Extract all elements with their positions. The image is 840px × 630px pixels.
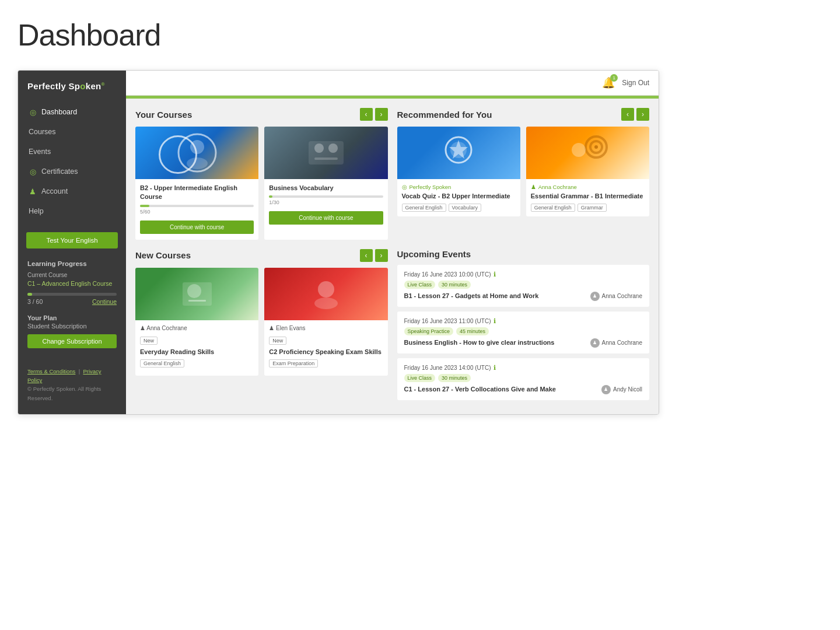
svg-point-12: [594, 145, 598, 149]
your-courses-header: Your Courses ‹ ›: [135, 108, 388, 121]
new-card-2-instructor: ♟ Elen Evans: [269, 325, 305, 331]
event-2-title: Business English - How to give clear ins…: [404, 338, 590, 347]
upcoming-events-section: Upcoming Events Friday 16 June 2023 10:0…: [397, 249, 650, 405]
recommended-prev[interactable]: ‹: [621, 108, 634, 121]
new-card-2-tag: Exam Preparation: [269, 359, 318, 368]
recommended-nav: ‹ ›: [621, 108, 649, 121]
event-2-date: Friday 16 June 2023 11:00 (UTC) ℹ: [404, 317, 643, 325]
new-courses-title: New Courses: [135, 250, 191, 260]
event-1-tag-2: 30 minutes: [438, 281, 471, 289]
rec-card-2-tags: General English Grammar: [531, 204, 645, 212]
sidebar-nav: ◎ Dashboard Courses Events ◎ Certificate…: [18, 103, 126, 226]
event-item-3: Friday 16 June 2023 14:00 (UTC) ℹ Live C…: [397, 358, 650, 400]
course-progress-bar: [27, 293, 117, 296]
new-course-card-2-image: [264, 268, 387, 320]
event-3-title-row: C1 - Lesson 27 - Verb Collocations Give …: [404, 385, 643, 394]
your-courses-nav: ‹ ›: [360, 108, 388, 121]
rec-card-2-title: Essential Grammar - B1 Intermediate: [531, 192, 645, 201]
new-card-1-badge: New: [140, 337, 158, 345]
rec-card-1-tag-2: Vocabulary: [449, 204, 482, 212]
svg-point-1: [190, 140, 204, 154]
course-card-1-continue[interactable]: Continue with course: [140, 220, 254, 234]
rec-card-1: ◎ Perfectly Spoken Vocab Quiz - B2 Upper…: [397, 127, 520, 216]
new-courses-nav: ‹ ›: [360, 249, 388, 262]
event-3-title: C1 - Lesson 27 - Verb Collocations Give …: [404, 385, 601, 394]
svg-point-4: [314, 144, 324, 153]
svg-rect-16: [188, 300, 206, 302]
rec-card-2-tag-1: General English: [531, 204, 575, 212]
terms-link[interactable]: Terms & Conditions: [27, 368, 75, 374]
rec-card-2-tag-2: Grammar: [578, 204, 607, 212]
dashboard-icon: ◎: [29, 108, 37, 116]
event-3-tags: Live Class 30 minutes: [404, 374, 643, 382]
recommended-title: Recommended for You: [397, 110, 492, 120]
svg-point-5: [328, 144, 338, 153]
course-card-2-image: [264, 127, 387, 179]
event-1-tag-1: Live Class: [404, 281, 436, 289]
course-card-2-progress-bg: [269, 195, 383, 198]
sidebar-item-courses[interactable]: Courses: [18, 123, 126, 141]
change-subscription-button[interactable]: Change Subscription: [27, 334, 117, 348]
current-course-link[interactable]: C1 – Advanced English Course: [27, 280, 112, 287]
sidebar-item-account[interactable]: ♟ Account: [18, 182, 126, 201]
event-2-instructor-avatar: ♟: [590, 338, 600, 348]
course-card-2-continue[interactable]: Continue with course: [269, 211, 383, 225]
event-item-2: Friday 16 June 2023 11:00 (UTC) ℹ Speaki…: [397, 312, 650, 354]
sidebar-item-help[interactable]: Help: [18, 202, 126, 220]
event-1-instructor: ♟ Anna Cochrane: [590, 292, 643, 301]
notification-badge: 1: [610, 74, 618, 82]
new-card-1-tag: General English: [140, 359, 184, 368]
event-3-tag-2: 30 minutes: [438, 374, 471, 382]
sidebar-item-dashboard[interactable]: ◎ Dashboard: [18, 103, 126, 121]
event-1-title: B1 - Lesson 27 - Gadgets at Home and Wor…: [404, 292, 590, 300]
event-2-tag-1: Speaking Practice: [404, 327, 454, 335]
new-courses-prev[interactable]: ‹: [360, 249, 373, 262]
rec-card-1-tags: General English Vocabulary: [402, 204, 516, 212]
notification-bell[interactable]: 🔔 1: [602, 76, 615, 89]
event-3-tag-1: Live Class: [404, 374, 436, 382]
sidebar-logo: Perfectly Spoken®: [18, 71, 126, 103]
svg-point-2: [187, 158, 208, 169]
course-card-1-progress-text: 5/60: [140, 209, 254, 215]
sidebar-item-certificates[interactable]: ◎ Certificates: [18, 162, 126, 181]
course-card-1-progress-bg: [140, 205, 254, 207]
rec-card-1-image: [397, 127, 520, 179]
event-1-title-row: B1 - Lesson 27 - Gadgets at Home and Wor…: [404, 292, 643, 301]
rec-card-2-provider: ♟ Anna Cochrane: [531, 184, 645, 190]
recommended-next[interactable]: ›: [636, 108, 649, 121]
new-card-1-instructor: ♟ Anna Cochrane: [140, 325, 187, 331]
rec-card-1-provider: ◎ Perfectly Spoken: [402, 184, 516, 190]
new-card-2-tags: Exam Preparation: [269, 359, 383, 368]
new-courses-next[interactable]: ›: [375, 249, 388, 262]
course-card-2-progress-fill: [269, 195, 272, 198]
your-course-card-2: Business Vocabulary 1/30 Continue with c…: [264, 127, 387, 240]
course-card-2-progress-text: 1/30: [269, 200, 383, 205]
page-title: Dashboard: [18, 18, 822, 52]
your-courses-next[interactable]: ›: [375, 108, 388, 121]
sign-out-button[interactable]: Sign Out: [622, 79, 649, 87]
provider-2-icon: ♟: [531, 184, 536, 190]
course-card-1-progress-fill: [140, 205, 149, 207]
your-course-card-1: B2 - Upper Intermediate English Course 5…: [135, 127, 258, 240]
svg-rect-3: [309, 141, 344, 164]
new-course-card-1-title: Everyday Reading Skills: [140, 348, 254, 356]
account-icon: ♟: [29, 187, 37, 195]
your-courses-section: Your Courses ‹ ›: [135, 108, 388, 240]
test-your-english-button[interactable]: Test Your English: [26, 232, 118, 249]
event-1-info-icon: ℹ: [494, 271, 496, 278]
sidebar-footer: Terms & Conditions | Privacy Policy © Pe…: [18, 361, 126, 408]
continue-link[interactable]: Continue: [92, 298, 117, 305]
event-2-tag-2: 45 minutes: [456, 327, 489, 335]
new-card-1-tags: General English: [140, 359, 254, 368]
new-course-card-1: ♟ Anna Cochrane New Everyday Reading Ski…: [135, 268, 258, 376]
event-3-instructor-avatar: ♟: [601, 385, 611, 394]
current-course-label: Current Course C1 – Advanced English Cou…: [18, 270, 126, 292]
sidebar-item-events[interactable]: Events: [18, 142, 126, 161]
your-courses-prev[interactable]: ‹: [360, 108, 373, 121]
plan-value: Student Subscription: [27, 323, 117, 330]
new-card-2-badge: New: [269, 337, 286, 345]
event-item-1: Friday 16 June 2023 10:00 (UTC) ℹ Live C…: [397, 265, 650, 307]
svg-rect-6: [314, 158, 338, 160]
event-3-instructor: ♟ Andy Nicoll: [601, 385, 642, 394]
recommended-grid: ◎ Perfectly Spoken Vocab Quiz - B2 Upper…: [397, 127, 650, 216]
